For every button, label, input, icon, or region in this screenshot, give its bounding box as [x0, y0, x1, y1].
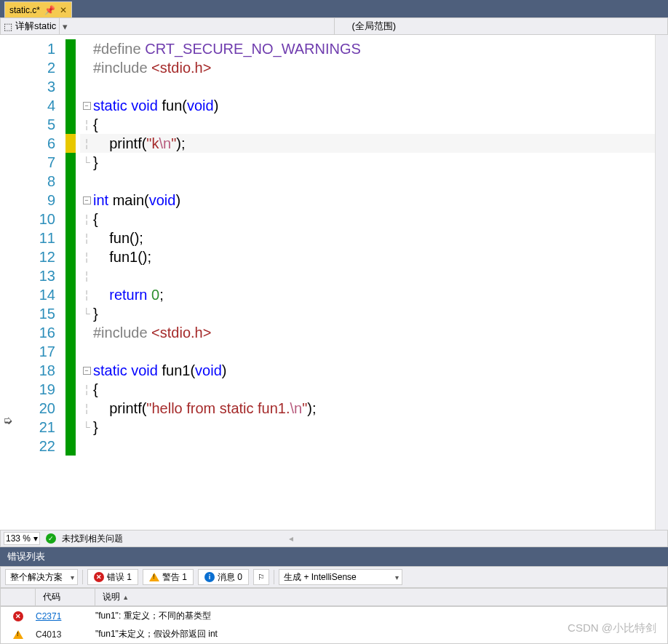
sort-asc-icon: ▲ [122, 594, 129, 601]
code-line[interactable]: ¦{ [80, 115, 655, 134]
code-text[interactable]: return 0; [93, 287, 164, 303]
fold-toggle[interactable]: − [83, 102, 91, 110]
gutter-line: 6 [0, 134, 80, 153]
gutter-line: 17 [0, 342, 80, 361]
code-text[interactable]: } [93, 419, 98, 436]
code-text[interactable]: fun1(); [93, 249, 151, 266]
code-text[interactable]: } [93, 306, 98, 322]
code-text[interactable]: { [93, 116, 98, 133]
code-text[interactable]: printf("k\n"); [93, 135, 185, 152]
code-text[interactable]: fun(); [93, 230, 143, 247]
filter-button[interactable]: ⚐ [253, 569, 269, 585]
pin-icon[interactable]: 📌 [44, 5, 55, 15]
tab-strip: static.c* 📌 ✕ [0, 0, 668, 17]
gutter-line: 12 [0, 247, 80, 266]
gutter-line: 16 [0, 323, 80, 342]
code-line[interactable]: ¦ [80, 266, 655, 285]
gutter-line: 1 [0, 39, 80, 58]
code-text[interactable]: static void fun1(void) [93, 362, 226, 379]
code-line[interactable]: ¦ printf("k\n"); [80, 134, 655, 153]
error-source-combo[interactable]: 生成 + IntelliSense [279, 569, 402, 585]
fold-toggle[interactable]: − [83, 367, 91, 375]
code-text[interactable]: #include <stdio.h> [93, 325, 211, 341]
warnings-count: 警告 1 [162, 571, 187, 584]
zoom-value: 133 % [6, 533, 31, 544]
scope-bar: ⬚ 详解static ▾ (全局范围) [0, 17, 668, 35]
code-text[interactable]: #define CRT_SECURE_NO_WARNINGS [93, 41, 361, 57]
code-text[interactable]: { [93, 381, 98, 398]
scope-left-dropdown[interactable]: ⬚ 详解static ▾ [1, 18, 334, 34]
col-code[interactable]: 代码 [36, 589, 95, 605]
error-row[interactable]: ✕C2371"fun1": 重定义；不同的基类型 [1, 607, 667, 625]
code-editor[interactable]: ➭ 12345678910111213141516171819202122 #d… [0, 35, 668, 530]
scrollbar[interactable] [655, 35, 668, 530]
code-line[interactable]: #include <stdio.h> [80, 58, 655, 77]
gutter-line: 19 [0, 380, 80, 399]
errors-count: 错误 1 [107, 571, 132, 584]
code-line[interactable] [80, 77, 655, 96]
code-line[interactable]: ¦{ [80, 210, 655, 228]
error-list-toolbar: 整个解决方案 ✕ 错误 1 警告 1 i 消息 0 ⚐ 生成 + Intelli… [0, 566, 668, 588]
gutter-line: 10 [0, 210, 80, 228]
code-line[interactable]: ¦ fun1(); [80, 247, 655, 266]
warnings-button[interactable]: 警告 1 [143, 569, 194, 585]
code-area[interactable]: #define CRT_SECURE_NO_WARNINGS#include <… [80, 35, 655, 530]
code-line[interactable]: −static void fun1(void) [80, 361, 655, 380]
code-text[interactable]: printf("hello from static fun1.\n"); [93, 400, 317, 417]
scope-right-dropdown[interactable]: (全局范围) [334, 18, 668, 34]
code-line[interactable]: #define CRT_SECURE_NO_WARNINGS [80, 39, 655, 58]
gutter-line: 5 [0, 115, 80, 134]
gutter-line: 15 [0, 304, 80, 323]
file-tab[interactable]: static.c* 📌 ✕ [4, 1, 72, 17]
code-text[interactable]: } [93, 154, 98, 171]
code-text[interactable]: { [93, 211, 98, 228]
chevron-down-icon[interactable]: ▾ [33, 533, 38, 544]
chevron-down-icon[interactable]: ▾ [59, 18, 71, 34]
warning-icon [13, 630, 23, 639]
nav-arrow-icon[interactable]: ◂ [289, 533, 293, 544]
gutter-line: 3 [0, 77, 80, 96]
error-list-columns: 代码 说明 ▲ [0, 588, 668, 606]
col-desc[interactable]: 说明 ▲ [95, 589, 667, 605]
scope-left-label: 详解static [15, 20, 56, 33]
code-text[interactable]: static void fun(void) [93, 98, 218, 114]
gutter-line: 4 [0, 96, 80, 115]
no-issues-label: 未找到相关问题 [62, 533, 123, 545]
errors-button[interactable]: ✕ 错误 1 [87, 569, 138, 585]
code-line[interactable] [80, 172, 655, 191]
check-icon: ✓ [46, 533, 56, 544]
col-icon[interactable] [1, 589, 36, 605]
code-line[interactable]: ¦{ [80, 380, 655, 399]
error-scope-label: 整个解决方案 [10, 571, 63, 584]
gutter-line: 11 [0, 228, 80, 247]
messages-button[interactable]: i 消息 0 [198, 569, 249, 585]
code-line[interactable]: ¦ return 0; [80, 285, 655, 304]
code-line[interactable]: −static void fun(void) [80, 96, 655, 115]
code-text[interactable]: #include <stdio.h> [93, 60, 211, 76]
error-list-body: ✕C2371"fun1": 重定义；不同的基类型C4013"fun1"未定义；假… [0, 606, 668, 644]
code-line[interactable] [80, 342, 655, 361]
code-line[interactable]: └} [80, 304, 655, 323]
messages-count: 消息 0 [218, 571, 242, 584]
code-line[interactable]: ¦ printf("hello from static fun1.\n"); [80, 399, 655, 418]
zoom-select[interactable]: 133 % ▾ [4, 532, 40, 545]
error-row[interactable]: C4013"fun1"未定义；假设外部返回 int [1, 625, 667, 643]
code-line[interactable]: #include <stdio.h> [80, 323, 655, 342]
status-bar: 133 % ▾ ✓ 未找到相关问题 ◂ [0, 530, 668, 547]
error-scope-combo[interactable]: 整个解决方案 [5, 569, 78, 585]
code-line[interactable]: └} [80, 153, 655, 172]
code-line[interactable]: └} [80, 418, 655, 437]
code-line[interactable] [80, 437, 655, 456]
code-line[interactable]: −int main(void) [80, 191, 655, 210]
error-code[interactable]: C2371 [36, 611, 95, 621]
scope-right-label: (全局范围) [338, 20, 397, 33]
code-line[interactable]: ¦ fun(); [80, 228, 655, 247]
code-text[interactable]: int main(void) [93, 192, 180, 209]
error-list-header: 错误列表 [0, 547, 668, 566]
close-icon[interactable]: ✕ [60, 5, 67, 15]
info-icon: i [204, 572, 215, 582]
separator [82, 570, 83, 584]
file-tab-label: static.c* [9, 5, 40, 15]
fold-toggle[interactable]: − [83, 196, 91, 204]
error-icon: ✕ [13, 611, 23, 621]
